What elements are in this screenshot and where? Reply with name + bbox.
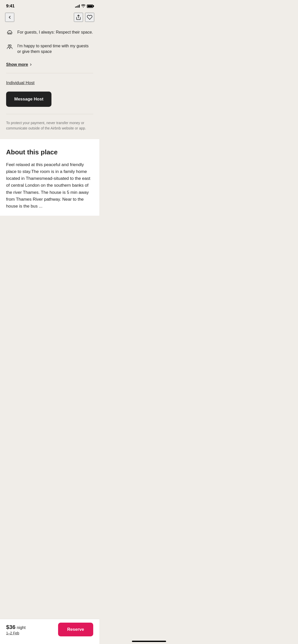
status-bar: 9:41 [0,0,99,11]
people-group-icon [6,44,13,50]
show-more-label: Show more [6,62,28,67]
nav-actions [74,13,94,22]
signal-icon [75,5,80,8]
about-text: Feel relaxed at this peaceful and friend… [6,161,93,210]
back-button[interactable] [5,13,14,22]
serving-dome-icon [6,30,13,36]
share-button[interactable] [74,13,83,22]
battery-icon [87,5,93,8]
wifi-icon [81,4,85,8]
svg-point-2 [10,45,11,46]
about-section: About this place Feel relaxed at this pe… [0,139,99,216]
individual-host-link[interactable]: Individual Host [0,73,99,92]
host-feature-respect-space: For guests, I always: Respect their spac… [6,26,93,40]
host-feature-time-guests: I'm happy to spend time with my guests o… [6,40,93,58]
status-icons [75,4,93,8]
payment-notice: To protect your payment, never transfer … [0,114,99,139]
message-host-section: Message Host [0,92,99,114]
host-features-section: For guests, I always: Respect their spac… [0,26,99,73]
show-more-button[interactable]: Show more [6,58,33,73]
nav-bar [0,11,99,26]
svg-point-1 [8,45,10,46]
host-feature-time-text: I'm happy to spend time with my guests o… [17,43,93,55]
host-feature-respect-text: For guests, I always: Respect their spac… [17,30,93,35]
message-host-button[interactable]: Message Host [6,92,51,107]
save-button[interactable] [85,13,94,22]
about-title: About this place [6,148,93,156]
status-time: 9:41 [6,4,15,9]
